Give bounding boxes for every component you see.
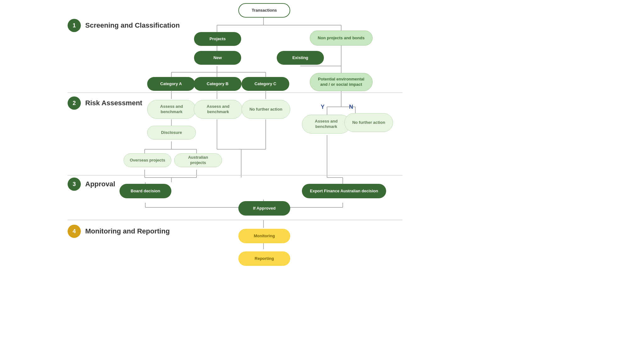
board-decision-node: Board decision [119, 184, 171, 198]
existing-node: Existing [277, 51, 324, 65]
no-further-action-n-node: No further action [344, 113, 393, 132]
section-4-label: 4 Monitoring and Reporting [68, 225, 170, 238]
category-a-node: Category A [147, 77, 195, 91]
overseas-projects-node: Overseas projects [124, 153, 171, 167]
category-b-node: Category B [194, 77, 242, 91]
category-c-node: Category C [242, 77, 289, 91]
section-3-circle: 3 [68, 178, 81, 191]
if-approved-node: If Approved [238, 201, 290, 216]
section-4-title: Monitoring and Reporting [85, 227, 170, 235]
section-1-label: 1 Screening and Classification [68, 19, 180, 32]
new-node: New [194, 51, 241, 65]
section-2-circle: 2 [68, 96, 81, 110]
section-3-title: Approval [85, 180, 115, 188]
section-4-circle: 4 [68, 225, 81, 238]
potential-env-node: Potential environmental and / or social … [310, 73, 373, 91]
no-further-action-c-node: No further action [242, 100, 290, 119]
diagram-container: 1 Screening and Classification Transacti… [0, 0, 644, 362]
efa-decision-node: Export Finance Australian decision [302, 184, 386, 198]
assess-b-node: Assess and benchmark [194, 100, 242, 119]
n-label: N [349, 104, 353, 110]
assess-existing-node: Assess and benchmark [302, 115, 351, 134]
section-2-label: 2 Risk Assessment [68, 96, 142, 110]
transactions-node: Transactions [238, 3, 290, 18]
section-1-circle: 1 [68, 19, 81, 32]
section-3-label: 3 Approval [68, 178, 115, 191]
y-label: Y [321, 104, 325, 110]
australian-projects-node: Australian projects [174, 153, 222, 167]
disclosure-node: Disclosure [147, 126, 196, 140]
section-2-title: Risk Assessment [85, 99, 142, 107]
projects-node: Projects [194, 32, 241, 46]
non-projects-bonds-node: Non projects and bonds [310, 30, 373, 46]
reporting-node: Reporting [238, 251, 290, 266]
section-1-title: Screening and Classification [85, 21, 180, 30]
monitoring-node: Monitoring [238, 229, 290, 243]
assess-a-node: Assess and benchmark [147, 100, 196, 119]
